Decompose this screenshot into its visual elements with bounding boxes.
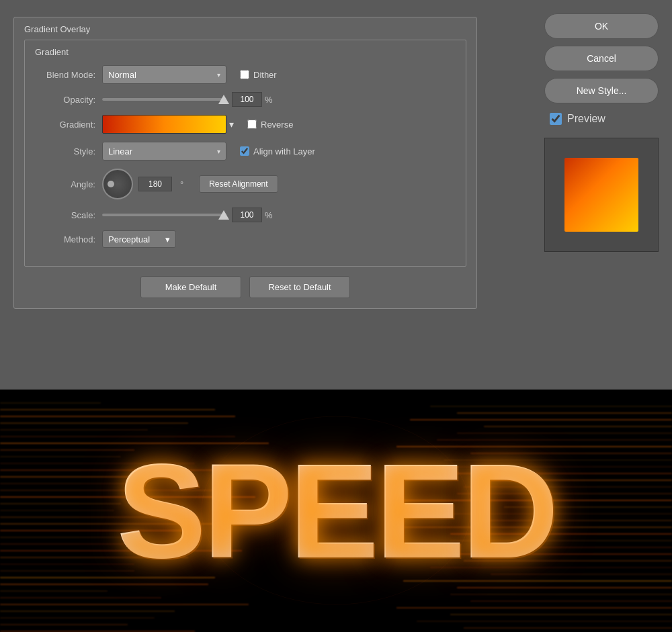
reverse-label: Reverse <box>261 120 293 130</box>
dither-checkbox[interactable] <box>240 70 249 79</box>
angle-input[interactable]: 180 <box>138 177 172 191</box>
opacity-slider-container[interactable] <box>102 93 226 106</box>
blend-mode-label: Blend Mode: <box>35 70 95 80</box>
align-layer-checkbox[interactable] <box>240 146 249 156</box>
gradient-preview-wrapper: ▾ <box>102 115 234 134</box>
make-default-button[interactable]: Make Default <box>140 276 241 298</box>
style-dropdown[interactable]: Linear ▾ <box>102 142 226 161</box>
reset-alignment-button[interactable]: Reset Alignment <box>199 175 278 193</box>
right-panel: OK Cancel New Style... Preview <box>544 13 659 252</box>
method-label: Method: <box>35 234 95 244</box>
preview-row: Preview <box>544 110 659 128</box>
bottom-section: SPEED <box>0 390 672 632</box>
ok-button[interactable]: OK <box>544 13 659 39</box>
gradient-row: Gradient: ▾ Reverse <box>35 115 456 134</box>
dither-label: Dither <box>253 70 277 80</box>
scale-input[interactable]: 100 <box>232 208 262 222</box>
opacity-row: Opacity: 100 % <box>35 92 456 107</box>
scale-row: Scale: 100 % <box>35 208 456 222</box>
gradient-arrow-icon[interactable]: ▾ <box>229 119 234 130</box>
new-style-button[interactable]: New Style... <box>544 78 659 103</box>
opacity-label: Opacity: <box>35 95 95 105</box>
method-value: Perceptual <box>108 234 150 244</box>
scale-slider-thumb <box>218 210 229 220</box>
angle-section: 180 ° Reset Alignment <box>102 169 278 199</box>
style-value: Linear <box>108 146 132 156</box>
group-title: Gradient <box>35 47 456 57</box>
top-section: Gradient Overlay Gradient Blend Mode: No… <box>0 0 672 390</box>
opacity-slider-thumb <box>218 95 229 104</box>
opacity-slider-fill <box>102 98 226 101</box>
cancel-button[interactable]: Cancel <box>544 46 659 71</box>
method-dropdown[interactable]: Perceptual ▾ <box>102 230 176 248</box>
speed-text: SPEED <box>116 434 555 588</box>
preview-label: Preview <box>567 113 605 125</box>
scale-label: Scale: <box>35 210 95 220</box>
gradient-overlay-panel: Gradient Overlay Gradient Blend Mode: No… <box>13 17 477 309</box>
bottom-buttons: Make Default Reset to Default <box>24 276 466 298</box>
gradient-label: Gradient: <box>35 120 95 130</box>
scale-slider-container[interactable] <box>102 208 226 222</box>
reverse-checkbox[interactable] <box>247 120 257 129</box>
method-arrow-icon: ▾ <box>165 234 170 244</box>
scale-unit: % <box>265 210 273 220</box>
scale-slider-fill <box>102 214 226 216</box>
reverse-checkbox-row: Reverse <box>247 120 293 130</box>
blend-mode-row: Blend Mode: Normal ▾ Dither <box>35 65 456 84</box>
style-arrow-icon: ▾ <box>217 148 220 155</box>
opacity-slider-track <box>102 98 226 101</box>
angle-label: Angle: <box>35 179 95 189</box>
angle-row: Angle: 180 ° Reset Alignment <box>35 169 456 199</box>
scale-slider-track <box>102 214 226 216</box>
align-layer-row: Align with Layer <box>240 146 315 156</box>
preview-gradient-square <box>564 158 638 232</box>
opacity-input[interactable]: 100 <box>232 92 262 107</box>
angle-unit: ° <box>180 179 183 189</box>
gradient-group: Gradient Blend Mode: Normal ▾ Dither Opa… <box>24 40 466 267</box>
blend-mode-value: Normal <box>108 70 136 80</box>
blend-mode-dropdown[interactable]: Normal ▾ <box>102 65 226 84</box>
preview-box <box>544 138 659 252</box>
gradient-preview[interactable] <box>102 115 226 134</box>
blend-mode-arrow-icon: ▾ <box>217 71 220 79</box>
style-row: Style: Linear ▾ Align with Layer <box>35 142 456 161</box>
angle-dial[interactable] <box>102 169 133 199</box>
method-row: Method: Perceptual ▾ <box>35 230 456 248</box>
style-label: Style: <box>35 146 95 156</box>
preview-checkbox[interactable] <box>550 113 562 125</box>
align-layer-label: Align with Layer <box>253 146 315 156</box>
reset-to-default-button[interactable]: Reset to Default <box>249 276 350 298</box>
opacity-unit: % <box>265 95 273 105</box>
dial-dot <box>108 181 114 187</box>
dither-checkbox-row: Dither <box>240 70 277 80</box>
panel-title: Gradient Overlay <box>24 24 466 34</box>
